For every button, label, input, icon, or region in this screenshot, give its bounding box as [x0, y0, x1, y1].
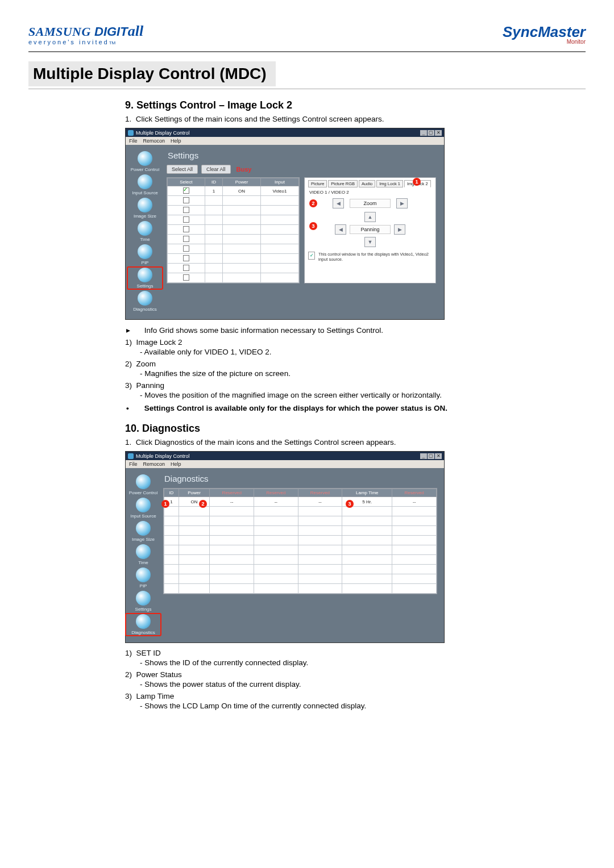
row-checkbox[interactable] — [183, 274, 189, 281]
menu-help[interactable]: Help — [171, 461, 181, 467]
zoom-right-button[interactable]: ▶ — [396, 198, 408, 208]
row-checkbox[interactable] — [183, 226, 189, 232]
window-title: Multiple Display Control — [136, 130, 190, 136]
cell-input: Video1 — [260, 186, 298, 196]
sidebar-item-image-size[interactable]: Image Size — [126, 520, 161, 542]
table-row[interactable] — [164, 584, 437, 594]
table-row[interactable] — [168, 244, 299, 254]
sidebar-item-pip[interactable]: PIP — [127, 244, 163, 266]
select-all-button[interactable]: Select All — [167, 165, 198, 174]
sidebar-item-pip[interactable]: PIP — [126, 567, 161, 589]
item-title: Zoom — [136, 360, 156, 368]
table-row[interactable] — [168, 264, 299, 273]
pan-up-button[interactable]: ▲ — [364, 212, 376, 222]
pan-right-button[interactable]: ▶ — [394, 224, 405, 235]
sidebar-label: PIP — [140, 583, 147, 589]
sidebar-item-settings[interactable]: Settings — [126, 590, 161, 612]
menu-bar[interactable]: File Remocon Help — [126, 137, 444, 145]
maximize-icon[interactable]: ▢ — [428, 130, 434, 136]
table-row[interactable] — [164, 507, 437, 516]
table-row[interactable] — [164, 526, 437, 536]
table-row[interactable] — [168, 196, 299, 206]
sidebar-item-image-size[interactable]: Image Size — [127, 197, 163, 219]
sidebar-item-settings[interactable]: Settings — [127, 267, 163, 289]
tab-audio[interactable]: Audio — [359, 180, 375, 187]
header-rule — [28, 51, 586, 52]
table-row[interactable] — [164, 545, 437, 555]
info-grid-text: Info Grid shows some basic information n… — [144, 326, 383, 335]
window-buttons[interactable]: _▢✕ — [420, 453, 442, 459]
tab-picture-rgb[interactable]: Picture RGB — [328, 180, 358, 187]
maximize-icon[interactable]: ▢ — [428, 453, 434, 459]
brand-all: all — [128, 23, 143, 39]
row-checkbox[interactable] — [183, 245, 189, 252]
menu-bar[interactable]: File Remocon Help — [126, 460, 444, 468]
callout-3: 3 — [346, 500, 354, 508]
row-checkbox[interactable] — [183, 216, 189, 223]
row-checkbox[interactable] — [183, 265, 189, 271]
pip-icon — [136, 567, 151, 582]
window-buttons[interactable]: _▢✕ — [420, 130, 442, 136]
tab-img-lock-1[interactable]: Img Lock 1 — [376, 180, 403, 187]
table-row[interactable] — [168, 254, 299, 264]
table-row[interactable] — [168, 235, 299, 244]
menu-remocon[interactable]: Remocon — [143, 461, 165, 467]
item-num: 2) — [125, 670, 132, 679]
power-icon — [136, 474, 151, 489]
intro-num: 1. — [125, 438, 131, 446]
table-row[interactable] — [164, 536, 437, 545]
pan-left-button[interactable]: ◀ — [335, 224, 346, 235]
menu-file[interactable]: File — [129, 138, 138, 144]
sidebar-item-power-control[interactable]: Power Control — [126, 474, 161, 496]
diagnostics-grid[interactable]: ID Power Reserved Reserved Reserved Lamp… — [163, 488, 437, 594]
clear-all-button[interactable]: Clear All — [201, 165, 231, 174]
table-row[interactable] — [164, 516, 437, 526]
sidebar-label: Diagnostics — [131, 630, 155, 635]
row-checkbox[interactable] — [183, 197, 189, 203]
sidebar-item-diagnostics[interactable]: Diagnostics — [127, 290, 163, 312]
row-checkbox[interactable] — [183, 187, 189, 194]
callout-1: 1 — [161, 500, 169, 508]
close-icon[interactable]: ✕ — [435, 130, 442, 136]
minimize-icon[interactable]: _ — [420, 130, 427, 136]
col-reserved: Reserved — [298, 489, 342, 497]
callout-2: 2 — [199, 500, 207, 508]
size-icon — [136, 521, 151, 536]
sidebar-label: Power Control — [131, 167, 160, 172]
row-checkbox[interactable] — [183, 207, 189, 213]
row-checkbox[interactable] — [183, 236, 189, 242]
col-reserved: Reserved — [254, 489, 298, 497]
table-row[interactable] — [168, 215, 299, 225]
sidebar-item-input-source[interactable]: Input Source — [127, 174, 163, 196]
table-row[interactable]: 1 ON Video1 — [168, 186, 299, 196]
item-num: 3) — [125, 692, 132, 700]
minimize-icon[interactable]: _ — [420, 453, 427, 459]
table-row[interactable] — [164, 574, 437, 584]
zoom-left-button[interactable]: ◀ — [333, 198, 344, 208]
table-row[interactable] — [164, 565, 437, 574]
power-icon — [138, 151, 152, 166]
sidebar-item-input-source[interactable]: Input Source — [126, 497, 161, 519]
sidebar-item-time[interactable]: Time — [126, 544, 161, 566]
row-checkbox[interactable] — [183, 255, 189, 261]
menu-remocon[interactable]: Remocon — [143, 138, 165, 144]
sidebar-label: Settings — [137, 283, 154, 289]
window-titlebar: Multiple Display Control _▢✕ — [126, 452, 444, 460]
sidebar-item-time[interactable]: Time — [127, 220, 163, 243]
item-title: Image Lock 2 — [136, 338, 182, 347]
sidebar-item-power-control[interactable]: Power Control — [127, 151, 163, 173]
item-power-status: 2) Power Status — [125, 670, 551, 679]
close-icon[interactable]: ✕ — [435, 453, 442, 459]
item-num: 1) — [125, 338, 132, 347]
menu-file[interactable]: File — [129, 461, 138, 467]
section9-heading: 9. Settings Control – Image Lock 2 — [125, 99, 551, 111]
table-row[interactable] — [168, 206, 299, 215]
pan-down-button[interactable]: ▼ — [364, 237, 376, 247]
menu-help[interactable]: Help — [171, 138, 181, 144]
tab-picture[interactable]: Picture — [308, 180, 327, 187]
info-grid[interactable]: Select ID Power Input 1 ON Video1 — [167, 177, 300, 283]
table-row[interactable] — [168, 225, 299, 235]
table-row[interactable] — [168, 273, 299, 283]
table-row[interactable] — [164, 555, 437, 565]
sidebar-item-diagnostics[interactable]: Diagnostics — [126, 614, 161, 636]
